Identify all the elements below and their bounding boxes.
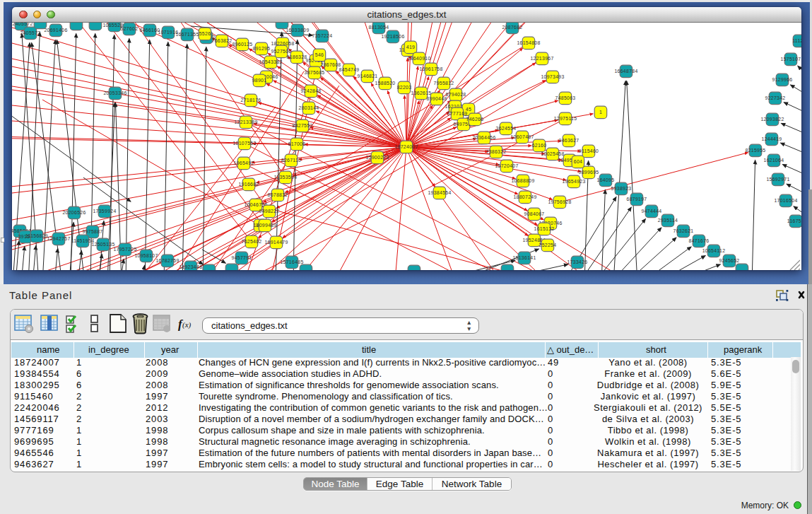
- svg-text:12213389: 12213389: [234, 119, 257, 124]
- svg-text:17957225: 17957225: [113, 247, 136, 252]
- svg-text:17359924: 17359924: [93, 209, 116, 214]
- svg-text:8454749: 8454749: [339, 67, 360, 72]
- svg-text:604: 604: [574, 159, 582, 164]
- svg-text:1965492: 1965492: [234, 160, 254, 165]
- svg-text:2935114: 2935114: [658, 218, 678, 223]
- svg-text:2087682: 2087682: [502, 25, 523, 30]
- svg-text:16961758: 16961758: [419, 66, 442, 71]
- svg-text:12942757: 12942757: [47, 236, 70, 241]
- svg-text:12093822: 12093822: [760, 117, 784, 122]
- svg-text:252254: 252254: [539, 243, 557, 247]
- svg-text:1621064: 1621064: [764, 158, 784, 163]
- svg-text:16543382: 16543382: [259, 59, 282, 64]
- svg-text:11923448: 11923448: [180, 264, 203, 269]
- svg-text:7955812: 7955812: [434, 81, 454, 86]
- svg-text:19384554: 19384554: [428, 190, 451, 195]
- svg-text:9457791: 9457791: [232, 255, 252, 260]
- svg-text:(x): (x): [182, 320, 192, 329]
- svg-text:10025458: 10025458: [541, 151, 564, 156]
- svg-text:9242848: 9242848: [301, 88, 322, 93]
- svg-text:18640910: 18640910: [407, 56, 430, 61]
- svg-text:10688809: 10688809: [511, 178, 534, 183]
- svg-text:1733426: 1733426: [567, 259, 588, 264]
- svg-text:5938923: 5938923: [611, 186, 632, 191]
- svg-text:10958107: 10958107: [134, 253, 158, 258]
- svg-text:1588520: 1588520: [375, 81, 396, 86]
- svg-text:8186328: 8186328: [287, 54, 307, 59]
- svg-text:6879197: 6879197: [627, 197, 647, 201]
- svg-text:8215955: 8215955: [746, 148, 766, 153]
- svg-text:9463627: 9463627: [559, 138, 579, 143]
- svg-text:20691406: 20691406: [44, 28, 67, 33]
- svg-text:9498222: 9498222: [259, 209, 280, 214]
- svg-text:20053346: 20053346: [103, 90, 126, 95]
- svg-text:6794028: 6794028: [446, 92, 466, 97]
- svg-text:8427552: 8427552: [293, 123, 313, 128]
- svg-text:16914479: 16914479: [264, 240, 288, 245]
- svg-text:12213967: 12213967: [530, 56, 553, 61]
- svg-text:16033809: 16033809: [286, 28, 309, 33]
- svg-text:1244419: 1244419: [762, 136, 782, 141]
- svg-text:14099489: 14099489: [253, 223, 276, 228]
- svg-text:5526: 5526: [199, 31, 211, 36]
- svg-text:2867608: 2867608: [321, 62, 341, 67]
- svg-text:546: 546: [315, 52, 324, 57]
- svg-text:11353594: 11353594: [274, 175, 298, 180]
- svg-text:11123: 11123: [792, 38, 801, 43]
- svg-text:18807249: 18807249: [513, 194, 536, 199]
- svg-text:7632621: 7632621: [673, 228, 694, 233]
- svg-text:12405572: 12405572: [12, 23, 33, 26]
- svg-text:1916682: 1916682: [239, 182, 259, 187]
- svg-text:1362615: 1362615: [411, 90, 432, 95]
- svg-text:10607487: 10607487: [510, 134, 534, 139]
- svg-text:15716485: 15716485: [280, 259, 303, 264]
- svg-text:18724007: 18724007: [394, 144, 418, 149]
- svg-text:20364456: 20364456: [472, 135, 495, 140]
- svg-text:1575107: 1575107: [781, 57, 801, 62]
- svg-text:9975887: 9975887: [83, 229, 103, 234]
- svg-text:16782759: 16782759: [155, 258, 179, 263]
- svg-text:6466160: 6466160: [140, 28, 160, 33]
- svg-text:15692971: 15692971: [766, 177, 789, 182]
- svg-text:12975115: 12975115: [554, 116, 577, 121]
- svg-text:8960125: 8960125: [233, 42, 253, 47]
- svg-text:3624554: 3624554: [496, 126, 517, 131]
- svg-text:16648784: 16648784: [614, 69, 637, 74]
- svg-text:7357224: 7357224: [312, 33, 333, 38]
- svg-text:2803144: 2803144: [299, 105, 319, 110]
- svg-text:9527506: 9527506: [271, 49, 292, 54]
- svg-text:2718176: 2718176: [241, 98, 261, 103]
- svg-text:891295: 891295: [253, 46, 271, 51]
- svg-text:8678832: 8678832: [268, 192, 288, 197]
- svg-text:9115460: 9115460: [579, 148, 599, 153]
- svg-text:3875685: 3875685: [305, 70, 325, 75]
- svg-text:7386322: 7386322: [486, 149, 507, 154]
- svg-text:164095: 164095: [597, 177, 615, 182]
- svg-text:116753: 116753: [787, 218, 801, 223]
- svg-text:9084067: 9084067: [524, 211, 545, 216]
- svg-text:7663822: 7663822: [212, 38, 233, 43]
- svg-text:617006: 617006: [288, 141, 306, 146]
- svg-text:16671355: 16671355: [175, 32, 199, 37]
- svg-text:12505135: 12505135: [91, 242, 114, 247]
- svg-text:19654923: 19654923: [562, 179, 585, 184]
- svg-text:7625402: 7625402: [242, 239, 262, 244]
- svg-text:1: 1: [599, 110, 602, 115]
- svg-text:15720407: 15720407: [495, 163, 518, 168]
- svg-text:9129966: 9129966: [772, 77, 793, 82]
- svg-text:11156829: 11156829: [25, 233, 48, 238]
- svg-text:9777169: 9777169: [447, 111, 468, 116]
- svg-text:15900273: 15900273: [365, 155, 389, 160]
- svg-text:82203: 82203: [397, 85, 412, 90]
- svg-text:8471676: 8471676: [689, 238, 710, 243]
- svg-text:11451954: 11451954: [71, 238, 95, 243]
- svg-text:2405572: 2405572: [20, 30, 41, 35]
- svg-text:9245652: 9245652: [719, 258, 740, 263]
- svg-text:8813054: 8813054: [369, 25, 389, 30]
- svg-text:62160: 62160: [532, 143, 547, 148]
- svg-text:9474444: 9474444: [642, 209, 662, 214]
- svg-text:7485063: 7485063: [555, 95, 576, 100]
- svg-text:419: 419: [406, 45, 415, 49]
- svg-text:15136141: 15136141: [512, 255, 536, 260]
- svg-text:19218506: 19218506: [381, 34, 404, 39]
